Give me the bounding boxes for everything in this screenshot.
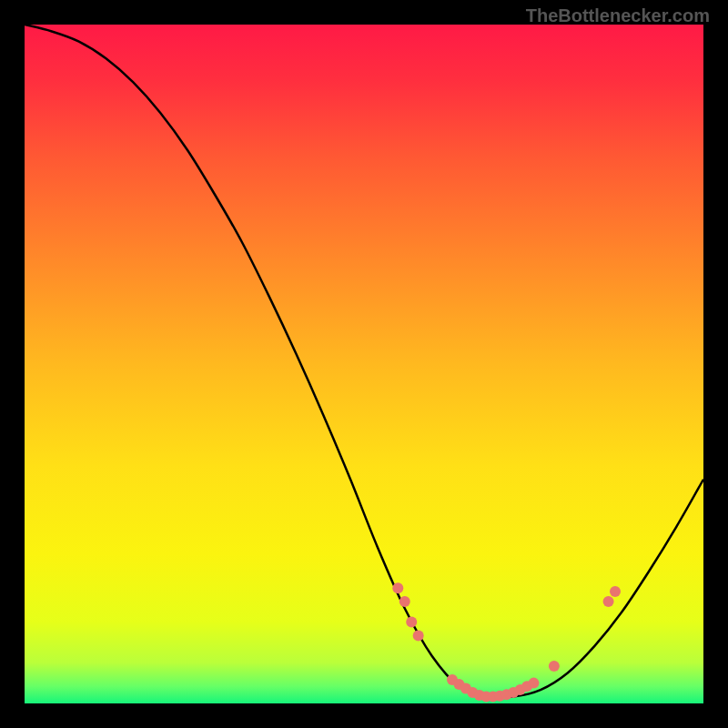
watermark-text: TheBottlenecker.com [526, 5, 710, 26]
curve-layer [25, 25, 703, 703]
highlight-points [392, 582, 621, 702]
highlight-point [529, 678, 540, 689]
bottleneck-curve [25, 25, 703, 698]
highlight-point [399, 596, 410, 607]
plot-area [25, 25, 703, 703]
highlight-point [392, 582, 403, 593]
highlight-point [603, 596, 614, 607]
highlight-point [610, 586, 621, 597]
highlight-point [413, 630, 424, 641]
highlight-point [406, 616, 417, 627]
chart-container: TheBottlenecker.com [0, 0, 728, 728]
highlight-point [549, 661, 560, 672]
